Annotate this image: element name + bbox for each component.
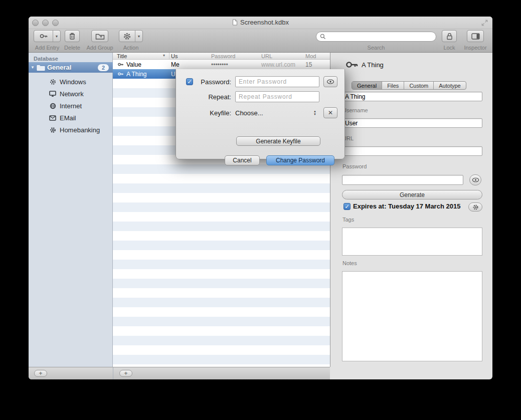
entry-password: •••••••• [211,61,228,68]
disclosure-triangle-icon[interactable]: ▼ [29,65,37,70]
search-field[interactable] [316,32,436,42]
add-group-label: Add Group [85,45,115,51]
sidebar-item-internet[interactable]: Internet [29,100,113,111]
sheet-password-checkbox[interactable]: ✓ [186,78,193,85]
titlebar[interactable]: Screenshot.kdbx [29,17,492,29]
app-window: Screenshot.kdbx ▼ Add Entry Delete [29,17,492,379]
title-field[interactable] [342,92,482,101]
notes-input[interactable] [342,271,482,361]
entry-key-large-icon [345,58,359,71]
notes-label: Notes [342,260,357,266]
fullscreen-icon[interactable] [481,19,488,27]
add-group-button[interactable] [91,30,108,42]
sidebar: Database ▼ General 2 Windows Network [29,53,113,367]
envelope-icon [49,115,57,121]
sidebar-item-label: Windows [60,78,86,86]
password-field[interactable] [342,175,463,185]
cancel-label: Cancel [233,157,251,164]
screen-background: Screenshot.kdbx ▼ Add Entry Delete [0,0,521,420]
search-input[interactable] [328,33,436,41]
lock-label: Lock [441,45,458,51]
delete-button[interactable] [65,30,80,42]
column-modified[interactable]: Mod [305,53,316,59]
windows-icon [49,79,57,85]
change-password-label: Change Password [276,157,325,164]
entry-key-icon [118,71,124,77]
entry-row-value[interactable]: Value Me •••••••• www.url.com 15 [113,60,330,69]
window-title-text: Screenshot.kdbx [240,19,289,26]
sheet-repeat-label: Repeat: [195,93,231,101]
expires-checkbox[interactable]: ✓ [343,203,351,210]
lock-button[interactable] [442,30,457,42]
sidebar-item-label: EMail [60,114,76,122]
column-username[interactable]: Us [171,53,178,59]
column-divider[interactable] [169,53,169,60]
username-label: Username [342,107,368,113]
show-password-button[interactable] [469,174,481,185]
url-field[interactable] [342,146,482,156]
eye-icon [326,79,334,84]
tab-general[interactable]: General [352,82,382,89]
entry-url: www.url.com [261,61,295,68]
sidebar-group-badge: 2 [98,64,109,71]
sheet-password-label: Password: [195,78,231,86]
sidebar-item-email[interactable]: EMail [29,112,113,123]
sidebar-item-label: Homebanking [60,126,100,134]
add-entry-plus-button[interactable]: + [119,370,132,377]
expires-label: Expires at: Tuesday 17 March 2015 [353,202,460,210]
cancel-button[interactable]: Cancel [225,155,260,165]
clear-keyfile-button[interactable]: ✕ [323,107,337,118]
entry-title: A Thing [126,71,146,78]
entry-username: Me [171,61,180,68]
inspector-tabs: General Files Custom Autotype [352,81,466,90]
generate-keyfile-button[interactable]: Generate Keyfile [236,136,320,146]
action-dropdown-arrow[interactable]: ▼ [135,31,142,42]
panel-divider [113,367,113,379]
sidebar-header: Database [34,56,58,62]
add-entry-dropdown-arrow[interactable]: ▼ [53,31,60,42]
sidebar-item-label: Internet [60,102,82,110]
generate-password-button[interactable]: Generate [342,190,482,199]
expires-row: ✓ Expires at: Tuesday 17 March 2015 [343,202,460,210]
column-password[interactable]: Password [211,53,235,59]
gear-icon [119,32,135,41]
folder-icon [95,33,105,40]
expires-gear-button[interactable] [468,202,482,212]
column-url[interactable]: URL [261,53,272,59]
username-field[interactable] [342,118,482,128]
column-title[interactable]: Title [117,53,127,59]
sidebar-item-homebanking[interactable]: Homebanking [29,124,113,135]
tags-input[interactable] [342,228,482,256]
inspector-button[interactable] [467,30,484,42]
change-password-button[interactable]: Change Password [266,155,334,165]
sheet-show-password-button[interactable] [323,76,337,87]
sheet-password-input[interactable] [235,76,319,87]
trash-icon [68,32,76,41]
sort-arrow-icon: ▾ [163,53,165,58]
toolbar: ▼ Add Entry Delete Add Group ▼ [29,29,492,53]
inspector-entry-title: A Thing [362,61,384,69]
action-button[interactable]: ▼ [119,30,143,42]
entry-key-icon [118,62,124,67]
sidebar-item-windows[interactable]: Windows [29,76,113,87]
network-icon [49,91,57,97]
eye-icon [472,177,479,182]
entry-list-header[interactable]: Title ▾ Us Password URL Mod [113,53,330,60]
tab-files[interactable]: Files [382,82,404,89]
generate-keyfile-label: Generate Keyfile [256,138,300,145]
sidebar-item-label: Network [60,90,84,98]
keyfile-popup[interactable]: Choose... ▲ ▼ [235,109,319,117]
add-group-plus-button[interactable]: + [34,370,47,377]
homebanking-gear-icon [49,127,57,133]
tab-custom[interactable]: Custom [404,82,434,89]
lock-icon [446,32,453,41]
sidebar-group-general[interactable]: ▼ General 2 [29,62,113,73]
tags-label: Tags [342,217,354,223]
sheet-repeat-input[interactable] [235,91,319,102]
add-entry-button[interactable]: ▼ [34,30,61,42]
inspector-label: Inspector [460,45,490,51]
inspector-panel-icon [471,33,480,40]
tab-autotype[interactable]: Autotype [434,82,465,89]
sheet-keyfile-label: Keyfile: [195,109,231,117]
sidebar-item-network[interactable]: Network [29,88,113,99]
